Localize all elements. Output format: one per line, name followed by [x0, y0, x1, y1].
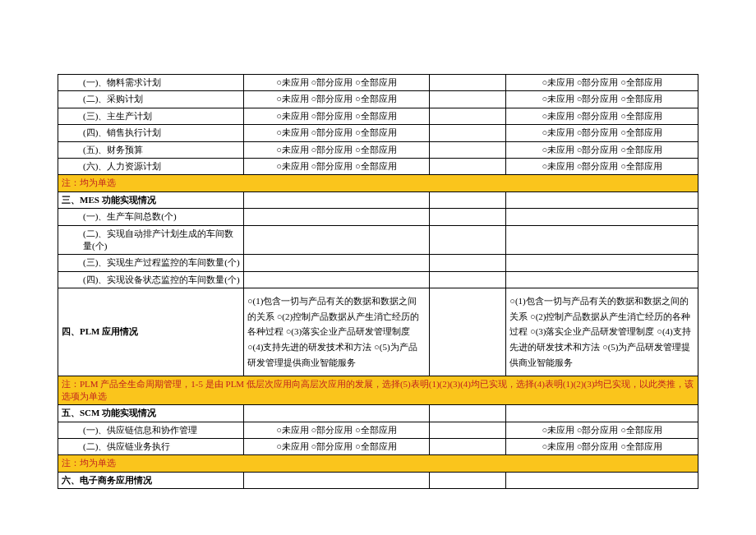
spacer: [429, 108, 505, 124]
cell: [429, 405, 505, 422]
spacer: [429, 125, 505, 141]
row-label: (六)、人力资源计划: [58, 158, 244, 174]
cell: [243, 472, 429, 488]
input-cell[interactable]: [506, 225, 698, 255]
option-group[interactable]: ○未应用 ○部分应用 ○全部应用: [243, 75, 429, 91]
option-group[interactable]: ○未应用 ○部分应用 ○全部应用: [243, 158, 429, 174]
row-label: (一)、生产车间总数(个): [58, 209, 244, 225]
option-group[interactable]: ○未应用 ○部分应用 ○全部应用: [506, 141, 698, 158]
input-cell[interactable]: [243, 209, 429, 225]
row-label: (三)、实现生产过程监控的车间数量(个): [58, 255, 244, 271]
section-header: 四、PLM 应用情况: [58, 288, 244, 376]
option-group[interactable]: ○未应用 ○部分应用 ○全部应用: [506, 91, 698, 108]
cell: [429, 209, 505, 225]
row-label: (一)、供应链信息和协作管理: [58, 422, 244, 438]
section-header: 六、电子商务应用情况: [58, 472, 244, 488]
option-group[interactable]: ○未应用 ○部分应用 ○全部应用: [243, 141, 429, 158]
row-label: (四)、销售执行计划: [58, 125, 244, 141]
cell: [429, 472, 505, 488]
spacer: [429, 75, 505, 91]
note-row: 注：均为单选: [58, 455, 698, 472]
spacer: [429, 91, 505, 108]
option-group[interactable]: ○未应用 ○部分应用 ○全部应用: [243, 422, 429, 438]
cell: [506, 405, 698, 422]
section-header: 五、SCM 功能实现情况: [58, 405, 244, 422]
option-group[interactable]: ○未应用 ○部分应用 ○全部应用: [506, 108, 698, 124]
cell: [506, 472, 698, 488]
option-group[interactable]: ○未应用 ○部分应用 ○全部应用: [506, 158, 698, 174]
option-group[interactable]: ○未应用 ○部分应用 ○全部应用: [506, 422, 698, 438]
plm-options-right[interactable]: ○(1)包含一切与产品有关的数据和数据之间的关系 ○(2)控制产品数据从产生消亡…: [506, 288, 698, 376]
option-group[interactable]: ○未应用 ○部分应用 ○全部应用: [243, 439, 429, 455]
input-cell[interactable]: [243, 225, 429, 255]
option-group[interactable]: ○未应用 ○部分应用 ○全部应用: [506, 439, 698, 455]
cell: [506, 191, 698, 208]
input-cell[interactable]: [506, 255, 698, 271]
input-cell[interactable]: [243, 255, 429, 271]
cell: [243, 405, 429, 422]
option-group[interactable]: ○未应用 ○部分应用 ○全部应用: [506, 125, 698, 141]
input-cell[interactable]: [506, 271, 698, 288]
spacer: [429, 422, 505, 438]
section-header: 三、MES 功能实现情况: [58, 191, 244, 208]
plm-options-left[interactable]: ○(1)包含一切与产品有关的数据和数据之间的关系 ○(2)控制产品数据从产生消亡…: [243, 288, 429, 376]
option-group[interactable]: ○未应用 ○部分应用 ○全部应用: [506, 75, 698, 91]
option-group[interactable]: ○未应用 ○部分应用 ○全部应用: [243, 125, 429, 141]
row-label: (二)、实现自动排产计划生成的车间数量(个): [58, 225, 244, 255]
cell: [243, 191, 429, 208]
cell: [429, 225, 505, 255]
spacer: [429, 141, 505, 158]
row-label: (四)、实现设备状态监控的车间数量(个): [58, 271, 244, 288]
form-table: (一)、物料需求计划○未应用 ○部分应用 ○全部应用○未应用 ○部分应用 ○全部…: [58, 74, 698, 489]
cell: [429, 288, 505, 376]
row-label: (三)、主生产计划: [58, 108, 244, 124]
row-label: (五)、财务预算: [58, 141, 244, 158]
input-cell[interactable]: [243, 271, 429, 288]
cell: [429, 255, 505, 271]
spacer: [429, 439, 505, 455]
option-group[interactable]: ○未应用 ○部分应用 ○全部应用: [243, 108, 429, 124]
input-cell[interactable]: [506, 209, 698, 225]
row-label: (二)、采购计划: [58, 91, 244, 108]
cell: [429, 191, 505, 208]
option-group[interactable]: ○未应用 ○部分应用 ○全部应用: [243, 91, 429, 108]
spacer: [429, 158, 505, 174]
cell: [429, 271, 505, 288]
note-row: 注：均为单选: [58, 175, 698, 191]
note-row: 注：PLM 产品全生命周期管理，1-5 是由 PLM 低层次应用向高层次应用的发…: [58, 376, 698, 405]
row-label: (二)、供应链业务执行: [58, 439, 244, 455]
row-label: (一)、物料需求计划: [58, 75, 244, 91]
